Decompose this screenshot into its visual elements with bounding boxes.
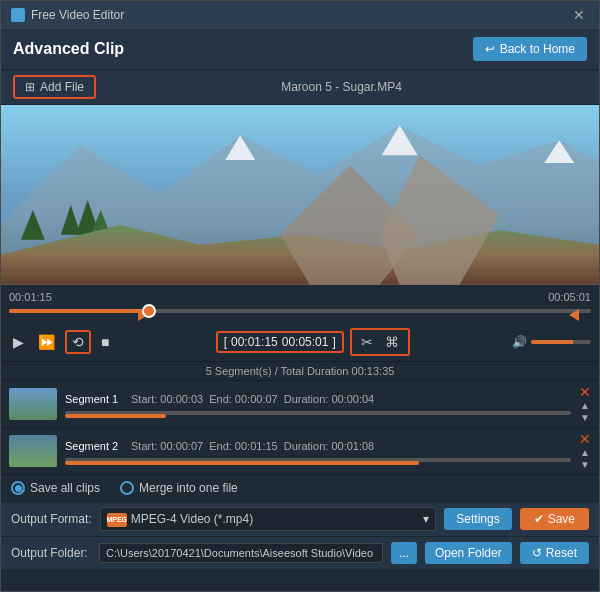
save-button[interactable]: ✔ Save (520, 508, 589, 530)
segment-1-down[interactable]: ▼ (579, 413, 591, 423)
page-title: Advanced Clip (13, 40, 124, 58)
controls-area: ▶ ⏩ ⟲ ■ [ 00:01:15 00:05:01 ] ✂ ⌘ 🔊 (1, 323, 599, 362)
segment-1-bar (65, 414, 166, 418)
time-display: [ 00:01:15 00:05:01 ] (216, 331, 344, 353)
loop-icon: ⟲ (72, 334, 84, 350)
time-start-display: 00:01:15 (231, 335, 278, 349)
settings-button[interactable]: Settings (444, 508, 511, 530)
output-format-row: Output Format: MPEG MPEG-4 Video (*.mp4)… (1, 502, 599, 537)
folder-label: Output Folder: (11, 546, 91, 560)
output-folder-row: Output Folder: C:\Users\20170421\Documen… (1, 537, 599, 569)
timeline-times: 00:01:15 00:05:01 (9, 291, 591, 303)
cut-button[interactable]: ✂ (357, 332, 377, 352)
segment-2-duration: Duration: 00:01:08 (284, 440, 375, 452)
timeline-start: 00:01:15 (9, 291, 52, 303)
browse-button[interactable]: ... (391, 542, 417, 564)
title-bar-left: Free Video Editor (11, 8, 124, 22)
play-button[interactable]: ▶ (9, 332, 28, 352)
save-all-radio[interactable] (11, 481, 25, 495)
segment-1-end: End: 00:00:07 (209, 393, 278, 405)
segment-1-track (65, 411, 571, 415)
add-file-label: Add File (40, 80, 84, 94)
merge-radio[interactable] (120, 481, 134, 495)
segment-2-name: Segment 2 (65, 440, 125, 452)
time-bracket-right: ] (332, 335, 335, 349)
segment-2-info: Segment 2 Start: 00:00:07 End: 00:01:15 … (65, 440, 571, 462)
back-icon: ↩ (485, 42, 495, 56)
segment-1-actions: ✕ ▲ ▼ (579, 385, 591, 423)
marker-right[interactable] (569, 309, 579, 321)
merge-file-option[interactable]: Merge into one file (120, 481, 238, 495)
segment-1-thumbnail (9, 388, 57, 420)
timeline-area: 00:01:15 00:05:01 (1, 285, 599, 323)
window-title: Free Video Editor (31, 8, 124, 22)
open-folder-button[interactable]: Open Folder (425, 542, 512, 564)
volume-slider[interactable] (531, 340, 591, 344)
segment-1-info: Segment 1 Start: 00:00:03 End: 00:00:07 … (65, 393, 571, 415)
volume-icon: 🔊 (512, 335, 527, 349)
volume-area: 🔊 (512, 335, 591, 349)
segment-2-row: Segment 2 Start: 00:00:07 End: 00:01:15 … (1, 428, 599, 475)
timeline-filled (9, 309, 149, 313)
segment-2-delete[interactable]: ✕ (579, 432, 591, 446)
format-label: Output Format: (11, 512, 92, 526)
video-thumbnail (1, 105, 599, 285)
main-window: Free Video Editor ✕ Advanced Clip ↩ Back… (0, 0, 600, 592)
toolbar: ⊞ Add File Maroon 5 - Sugar.MP4 (1, 70, 599, 105)
folder-path: C:\Users\20170421\Documents\Aiseesoft St… (99, 543, 383, 563)
reset-icon: ↺ (532, 546, 542, 560)
segment-1-up[interactable]: ▲ (579, 401, 591, 411)
segment-2-up[interactable]: ▲ (579, 448, 591, 458)
format-value: MPEG-4 Video (*.mp4) (131, 512, 424, 526)
merge-label: Merge into one file (139, 481, 238, 495)
reset-button[interactable]: ↺ Reset (520, 542, 589, 564)
cut-controls: ✂ ⌘ (350, 328, 410, 356)
mpeg-icon: MPEG (107, 513, 127, 527)
back-home-button[interactable]: ↩ Back to Home (473, 37, 587, 61)
title-bar: Free Video Editor ✕ (1, 1, 599, 29)
loop-button[interactable]: ⟲ (65, 330, 91, 354)
fast-forward-button[interactable]: ⏩ (34, 332, 59, 352)
segments-summary: 5 Segment(s) / Total Duration 00:13:35 (206, 365, 395, 377)
app-icon (11, 8, 25, 22)
video-filename: Maroon 5 - Sugar.MP4 (96, 80, 587, 94)
scissors-button[interactable]: ⌘ (381, 332, 403, 352)
dropdown-arrow-icon: ▾ (423, 512, 429, 526)
format-icon-wrapper: MPEG (107, 511, 131, 527)
segment-1-delete[interactable]: ✕ (579, 385, 591, 399)
segment-2-down[interactable]: ▼ (579, 460, 591, 470)
add-file-icon: ⊞ (25, 80, 35, 94)
format-select[interactable]: MPEG MPEG-4 Video (*.mp4) ▾ (100, 507, 437, 531)
timeline-bar[interactable] (9, 303, 591, 319)
segment-1-name: Segment 1 (65, 393, 125, 405)
right-marker-icon (569, 309, 579, 321)
segment-2-actions: ✕ ▲ ▼ (579, 432, 591, 470)
reset-label: Reset (546, 546, 577, 560)
segment-2-thumbnail (9, 435, 57, 467)
back-home-label: Back to Home (500, 42, 575, 56)
segment-row: Segment 1 Start: 00:00:03 End: 00:00:07 … (1, 381, 599, 428)
segment-2-end: End: 00:01:15 (209, 440, 278, 452)
save-check-icon: ✔ (534, 512, 544, 526)
add-file-button[interactable]: ⊞ Add File (13, 75, 96, 99)
segment-2-bar (65, 461, 419, 465)
time-bracket-left: [ (224, 335, 227, 349)
segment-1-start: Start: 00:00:03 (131, 393, 203, 405)
timeline-track[interactable] (9, 309, 591, 313)
segment-2-start: Start: 00:00:07 (131, 440, 203, 452)
time-end-display: 00:05:01 (282, 335, 329, 349)
header: Advanced Clip ↩ Back to Home (1, 29, 599, 70)
mountain-svg (1, 105, 599, 285)
timeline-end: 00:05:01 (548, 291, 591, 303)
save-clips-row: Save all clips Merge into one file (1, 475, 599, 502)
save-all-clips-option[interactable]: Save all clips (11, 481, 100, 495)
segment-2-track (65, 458, 571, 462)
close-button[interactable]: ✕ (569, 7, 589, 23)
video-preview (1, 105, 599, 285)
save-all-label: Save all clips (30, 481, 100, 495)
save-label: Save (548, 512, 575, 526)
segment-1-duration: Duration: 00:00:04 (284, 393, 375, 405)
stop-button[interactable]: ■ (97, 332, 113, 352)
segments-header: 5 Segment(s) / Total Duration 00:13:35 (1, 362, 599, 381)
timeline-thumb[interactable] (142, 304, 156, 318)
